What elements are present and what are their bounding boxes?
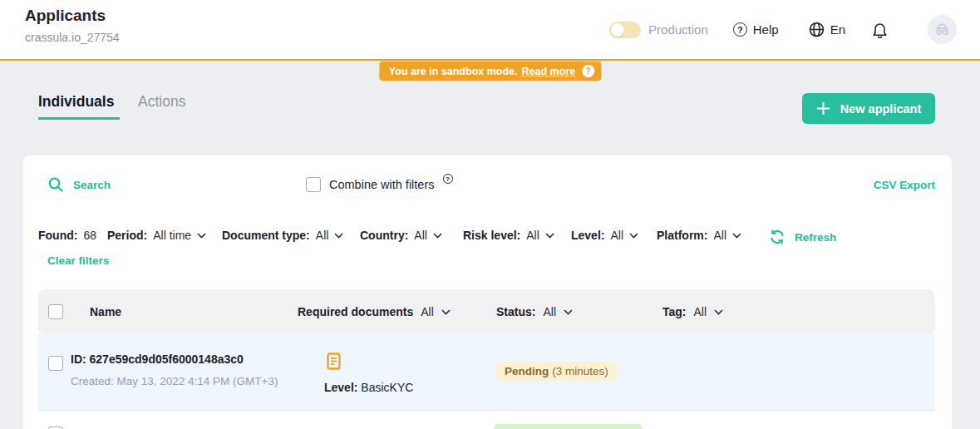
toggle-track-icon[interactable] (609, 22, 641, 38)
search-button[interactable]: Search (48, 177, 111, 192)
tab-actions[interactable]: Actions (138, 93, 185, 111)
table-row-partial[interactable] (38, 411, 935, 429)
filter-document-type[interactable]: Document type: All (222, 229, 343, 242)
select-all-checkbox[interactable] (48, 304, 63, 319)
read-more-link[interactable]: Read more (522, 66, 576, 77)
chevron-down-icon (441, 309, 451, 315)
applicant-id: ID: 627e59cd9d05f6000148a3c0 (71, 353, 244, 366)
checkbox-icon[interactable] (306, 177, 321, 192)
search-icon (48, 177, 63, 192)
language-selector[interactable]: En (809, 22, 845, 37)
document-icon (327, 353, 341, 370)
active-tab-underline (38, 117, 120, 120)
sandbox-banner-text: You are in sandbox mode. (389, 66, 518, 77)
page-title: Applicants (25, 7, 106, 25)
status-badge-approved (495, 424, 642, 429)
column-required-documents-filter[interactable]: Required documents All (298, 305, 451, 318)
globe-icon (809, 22, 825, 37)
status-badge: Pending (3 minutes) (496, 362, 617, 381)
refresh-button[interactable]: Refresh (769, 229, 836, 245)
production-label: Production (648, 22, 708, 37)
page-subtitle: crassula.io_27754 (25, 31, 120, 44)
column-tag-filter[interactable]: Tag: All (662, 305, 723, 318)
chevron-down-icon (714, 309, 723, 315)
header-actions: Production ? Help En (609, 0, 957, 59)
tab-individuals[interactable]: Individuals (38, 93, 114, 111)
chevron-down-icon (197, 233, 206, 239)
help-label: Help (753, 22, 779, 37)
production-toggle[interactable]: Production (609, 22, 708, 38)
applicant-level: Level: BasicKYC (324, 381, 413, 394)
banner-help-icon[interactable]: ? (582, 65, 594, 77)
avatar[interactable] (928, 15, 957, 44)
chevron-down-icon (564, 309, 573, 315)
plus-icon (816, 101, 830, 116)
table-row[interactable]: ID: 627e59cd9d05f6000148a3c0 Created: Ma… (38, 334, 935, 411)
chevron-down-icon (433, 233, 442, 239)
app-header: Applicants crassula.io_27754 Production … (0, 0, 980, 61)
combine-with-filters-label: Combine with filters (329, 177, 435, 193)
table-header: Name Required documents All Status: All … (38, 289, 935, 334)
search-label: Search (73, 179, 111, 191)
filter-platform[interactable]: Platform: All (657, 229, 741, 242)
refresh-icon (769, 229, 785, 245)
help-button[interactable]: ? Help (733, 22, 779, 37)
chevron-down-icon (732, 233, 741, 239)
filter-country[interactable]: Country: All (360, 229, 442, 242)
chevron-down-icon (334, 233, 343, 239)
filter-risk-level[interactable]: Risk level: All (463, 229, 554, 242)
applicant-created: Created: May 13, 2022 4:14 PM (GMT+3) (71, 375, 278, 387)
help-icon: ? (733, 22, 747, 37)
combine-with-filters-checkbox[interactable]: Combine with filters ? (306, 177, 453, 193)
anonymous-user-icon (934, 23, 950, 36)
refresh-label: Refresh (795, 231, 836, 244)
sandbox-banner: You are in sandbox mode. Read more ? (379, 62, 601, 81)
found-value: 68 (83, 229, 96, 242)
row-checkbox[interactable] (48, 356, 63, 371)
applicants-card: Search Combine with filters ? CSV Export… (23, 155, 952, 429)
found-count: Found: 68 (38, 229, 96, 242)
column-name: Name (90, 305, 121, 318)
filter-period[interactable]: Period: All time (107, 229, 206, 242)
filters-row: Found: 68 Period: All time Document type… (23, 229, 952, 247)
clear-filters-link[interactable]: Clear filters (47, 254, 109, 267)
combine-help-icon[interactable]: ? (443, 174, 453, 184)
bell-icon (872, 22, 888, 38)
notifications-bell[interactable] (872, 22, 888, 38)
new-applicant-button[interactable]: New applicant (802, 93, 935, 124)
new-applicant-label: New applicant (840, 102, 922, 116)
filter-level[interactable]: Level: All (571, 229, 638, 242)
language-label: En (830, 22, 845, 37)
csv-export-link[interactable]: CSV Export (874, 179, 935, 191)
column-status-filter[interactable]: Status: All (496, 305, 573, 318)
chevron-down-icon (545, 233, 554, 239)
applicants-page: Applicants crassula.io_27754 Production … (0, 0, 980, 429)
chevron-down-icon (629, 233, 638, 239)
